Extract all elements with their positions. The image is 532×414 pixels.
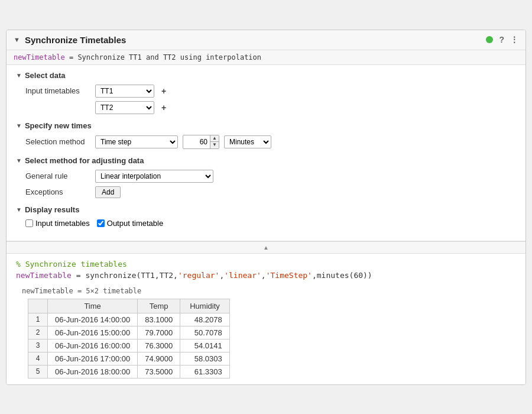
exceptions-row: Exceptions Add (25, 186, 516, 198)
table-row: 4 06-Jun-2016 17:00:00 74.9000 58.0303 (28, 352, 230, 365)
collapse-arrow[interactable]: ▼ (14, 36, 20, 43)
time-cell: 06-Jun-2016 18:00:00 (48, 365, 138, 378)
specify-times-title: Specify new times (25, 121, 92, 130)
output-timetable-checkbox-item: Output timetable (97, 219, 163, 228)
temp-cell: 73.5000 (138, 365, 180, 378)
specify-times-arrow: ▼ (16, 122, 22, 129)
status-indicator (486, 36, 493, 43)
top-panel: ▼ Select data Input timetables TT1 TT2 +… (7, 65, 525, 241)
method-select[interactable]: Time step Manual (95, 135, 178, 148)
spin-buttons: ▲ ▼ (210, 135, 219, 148)
general-rule-select[interactable]: Linear interpolation Previous value Next… (95, 170, 213, 183)
more-menu-button[interactable]: ⋮ (510, 35, 518, 44)
row-num: 1 (28, 313, 48, 326)
spin-up-button[interactable]: ▲ (210, 135, 219, 142)
result-assign: = synchronize(TT1,TT2, (76, 271, 178, 280)
adjust-data-arrow: ▼ (16, 157, 22, 164)
display-results-section: ▼ Display results Input timetables Outpu… (16, 205, 516, 228)
adjust-data-header[interactable]: ▼ Select method for adjusting data (16, 156, 516, 165)
row-num: 5 (28, 365, 48, 378)
result-comma2: , (261, 271, 266, 280)
table-row: 1 06-Jun-2016 14:00:00 83.1000 48.2078 (28, 313, 230, 326)
row-num: 2 (28, 326, 48, 339)
row-num: 3 (28, 339, 48, 352)
tt2-row: TT2 TT1 + (25, 101, 516, 114)
result-str1: 'regular' (178, 271, 219, 280)
specify-times-header[interactable]: ▼ Specify new times (16, 121, 516, 130)
spin-down-button[interactable]: ▼ (210, 142, 219, 148)
input-timetables-checkbox[interactable] (25, 219, 33, 227)
header-right: ? ⋮ (486, 35, 518, 44)
table-row: 2 06-Jun-2016 15:00:00 79.7000 50.7078 (28, 326, 230, 339)
time-cell: 06-Jun-2016 14:00:00 (48, 313, 138, 326)
main-container: ▼ Synchronize Timetables ? ⋮ newTimetabl… (6, 30, 526, 385)
exceptions-label: Exceptions (25, 187, 90, 196)
select-data-arrow: ▼ (16, 72, 22, 79)
timetable-label: newTimetable = 5×2 timetable (16, 287, 516, 295)
select-data-header[interactable]: ▼ Select data (16, 71, 516, 80)
header-left: ▼ Synchronize Timetables (14, 35, 126, 45)
input-timetables-checkbox-item: Input timetables (25, 219, 90, 228)
adjust-data-content: General rule Linear interpolation Previo… (16, 170, 516, 198)
table-row: 3 06-Jun-2016 16:00:00 76.3000 54.0141 (28, 339, 230, 352)
tt1-select[interactable]: TT1 TT2 (95, 85, 154, 98)
tt1-row: Input timetables TT1 TT2 + (25, 85, 516, 98)
tt2-select[interactable]: TT2 TT1 (95, 101, 154, 114)
help-button[interactable]: ? (499, 35, 504, 44)
humidity-cell: 50.7078 (180, 326, 230, 339)
tt1-add-button[interactable]: + (159, 86, 168, 96)
display-results-arrow: ▼ (16, 206, 22, 213)
select-data-content: Input timetables TT1 TT2 + TT2 TT1 + (16, 85, 516, 114)
adjust-data-section: ▼ Select method for adjusting data Gener… (16, 156, 516, 198)
col-header-time: Time (48, 299, 138, 313)
specify-times-section: ▼ Specify new times Selection method Tim… (16, 121, 516, 149)
time-cell: 06-Jun-2016 15:00:00 (48, 326, 138, 339)
result-table: Time Temp Humidity 1 06-Jun-2016 14:00:0… (28, 299, 230, 379)
temp-cell: 83.1000 (138, 313, 180, 326)
col-header-humidity: Humidity (180, 299, 230, 313)
result-str2: 'linear' (224, 271, 261, 280)
code-result: newTimetable = synchronize(TT1,TT2,'regu… (16, 271, 516, 280)
add-exception-button[interactable]: Add (95, 186, 121, 198)
code-comment: % Synchronize timetables (16, 260, 516, 269)
time-cell: 06-Jun-2016 17:00:00 (48, 352, 138, 365)
select-data-title: Select data (25, 71, 66, 80)
code-line-text: = Synchronize TT1 and TT2 using interpol… (69, 53, 261, 62)
temp-cell: 76.3000 (138, 339, 180, 352)
time-cell: 06-Jun-2016 16:00:00 (48, 339, 138, 352)
bottom-panel: % Synchronize timetables newTimetable = … (7, 254, 525, 384)
display-results-header[interactable]: ▼ Display results (16, 205, 516, 214)
window-title: Synchronize Timetables (25, 35, 126, 45)
adjust-data-title: Select method for adjusting data (25, 156, 144, 165)
input-timetables-checkbox-label: Input timetables (35, 219, 90, 228)
unit-select[interactable]: Minutes Hours Seconds (224, 135, 271, 148)
selection-method-label: Selection method (25, 137, 90, 146)
select-data-section: ▼ Select data Input timetables TT1 TT2 +… (16, 71, 516, 114)
display-results-title: Display results (25, 205, 80, 214)
result-end: ,minutes(60)) (312, 271, 372, 280)
tt2-add-button[interactable]: + (159, 103, 168, 112)
result-str3: 'TimeStep' (266, 271, 312, 280)
step-input-wrapper: ▲ ▼ (183, 135, 219, 149)
code-var: newTimetable (14, 53, 65, 62)
selection-method-row: Selection method Time step Manual ▲ ▼ Mi… (25, 135, 516, 149)
header: ▼ Synchronize Timetables ? ⋮ (7, 30, 525, 50)
output-timetable-checkbox[interactable] (97, 219, 105, 227)
input-timetables-label: Input timetables (25, 86, 90, 95)
col-header-empty (28, 299, 48, 313)
temp-cell: 79.7000 (138, 326, 180, 339)
divider-row: ▲ (7, 241, 525, 254)
temp-cell: 74.9000 (138, 352, 180, 365)
humidity-cell: 48.2078 (180, 313, 230, 326)
col-header-temp: Temp (138, 299, 180, 313)
display-results-content: Input timetables Output timetable (16, 219, 516, 228)
result-var: newTimetable (16, 271, 72, 280)
specify-times-content: Selection method Time step Manual ▲ ▼ Mi… (16, 135, 516, 149)
row-num: 4 (28, 352, 48, 365)
humidity-cell: 61.3303 (180, 365, 230, 378)
step-input[interactable] (183, 137, 210, 147)
output-timetable-checkbox-label: Output timetable (107, 219, 163, 228)
humidity-cell: 58.0303 (180, 352, 230, 365)
general-rule-row: General rule Linear interpolation Previo… (25, 170, 516, 183)
checkbox-row: Input timetables Output timetable (25, 219, 516, 228)
